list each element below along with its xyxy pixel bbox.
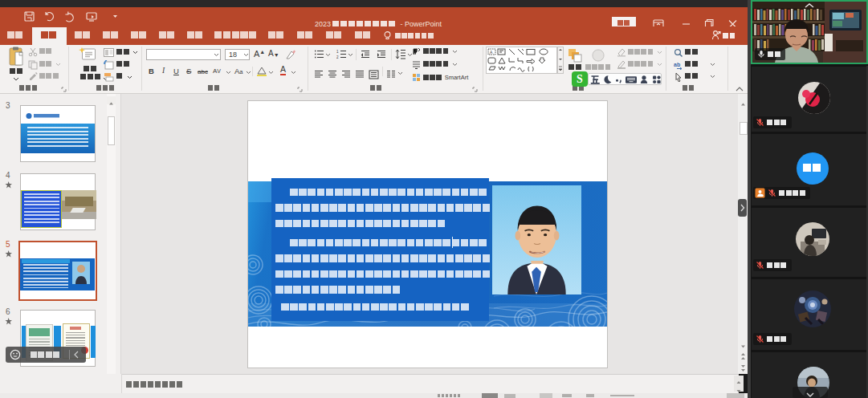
svg-text:1: 1 bbox=[336, 50, 339, 54]
svg-text:2: 2 bbox=[336, 55, 339, 59]
svg-text:ab: ab bbox=[674, 62, 680, 67]
svg-text:A: A bbox=[490, 50, 493, 55]
